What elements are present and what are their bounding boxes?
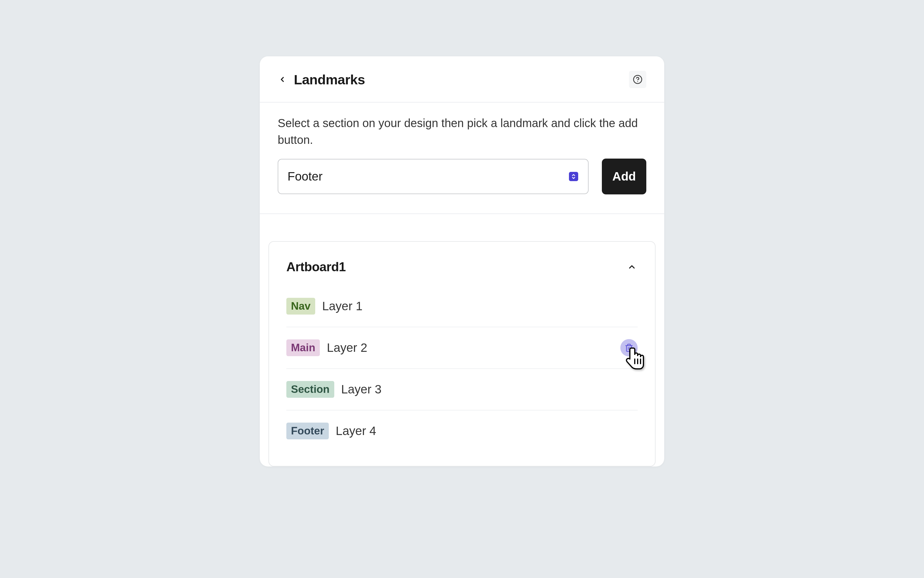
back-button[interactable]: [276, 73, 289, 86]
layer-tag: Nav: [286, 298, 315, 315]
landmarks-panel: Landmarks Select a section on your desig…: [260, 56, 664, 466]
layer-label: Layer 2: [327, 341, 367, 355]
panel-title: Landmarks: [294, 71, 629, 88]
instructions-text: Select a section on your design then pic…: [260, 102, 664, 159]
landmark-controls: Footer Add: [260, 159, 664, 214]
layer-row[interactable]: SectionLayer 3: [286, 369, 638, 411]
layer-tag: Main: [286, 339, 320, 356]
select-chevrons-icon: [569, 172, 578, 181]
layer-row[interactable]: NavLayer 1: [286, 286, 638, 327]
panel-header: Landmarks: [260, 56, 664, 102]
layer-tag: Section: [286, 381, 334, 398]
chevron-left-icon: [278, 75, 286, 83]
layer-row[interactable]: FooterLayer 4: [286, 411, 638, 451]
artboard-title: Artboard1: [286, 260, 346, 274]
chevron-up-icon: [627, 262, 636, 271]
select-value: Footer: [288, 170, 569, 183]
layer-tag: Footer: [286, 422, 329, 439]
layers-list: NavLayer 1MainLayer 2SectionLayer 3Foote…: [286, 286, 638, 451]
delete-button[interactable]: [620, 339, 638, 356]
help-button[interactable]: [629, 71, 646, 88]
help-icon: [633, 75, 642, 84]
artboard-card: Artboard1 NavLayer 1MainLayer 2SectionLa…: [269, 241, 655, 466]
layer-row[interactable]: MainLayer 2: [286, 327, 638, 369]
trash-icon: [625, 343, 633, 352]
layer-label: Layer 1: [322, 299, 362, 313]
layer-label: Layer 4: [336, 424, 376, 438]
artboard-header: Artboard1: [286, 260, 638, 286]
landmark-select[interactable]: Footer: [278, 159, 589, 194]
layer-label: Layer 3: [341, 382, 382, 396]
collapse-button[interactable]: [626, 261, 638, 273]
add-button[interactable]: Add: [602, 159, 646, 195]
artboard-section: Artboard1 NavLayer 1MainLayer 2SectionLa…: [260, 214, 664, 466]
